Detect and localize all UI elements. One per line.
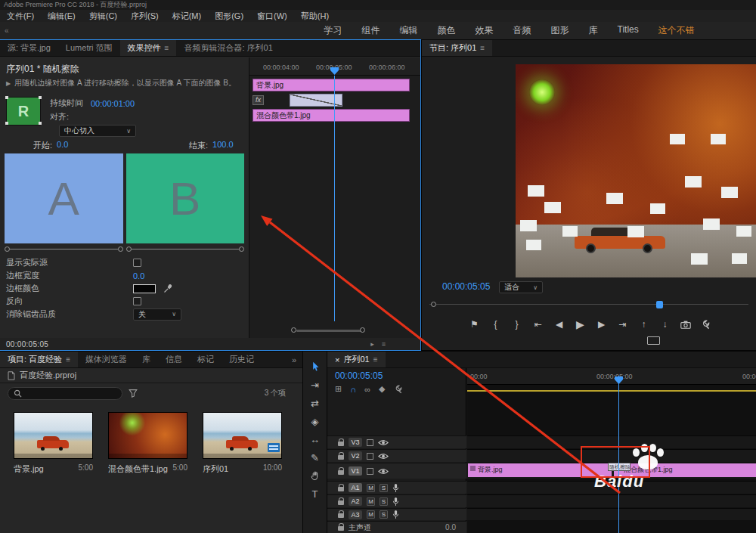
effect-footer-timecode[interactable]: 00:00:05:05 [6, 340, 48, 349]
menu-item-edit[interactable]: 编辑(E) [41, 11, 82, 22]
track-lock-icon[interactable] [338, 500, 344, 505]
source-patch-icon[interactable] [367, 468, 373, 475]
start-slider[interactable] [5, 246, 123, 253]
type-tool[interactable]: T [309, 488, 321, 500]
tab-effect-controls[interactable]: 效果控件 ≡ [120, 40, 177, 56]
alignment-select[interactable]: 中心切入 ∨ [59, 125, 136, 137]
tab-media-browser[interactable]: 媒体浏览器 [78, 352, 135, 367]
timeline-timecode[interactable]: 00:00:05:05 [327, 368, 466, 381]
track-header-v2[interactable]: V2 [327, 449, 466, 462]
track-badge-v1[interactable]: V1 [349, 466, 362, 476]
playhead-line[interactable] [334, 76, 335, 321]
go-to-in-button[interactable]: ⇤ [532, 319, 544, 330]
timeline-ruler[interactable]: 00:00 00:00:05:00 00:00:10:00 [467, 368, 756, 385]
zoom-level-select[interactable]: 适合 ∨ [499, 281, 543, 293]
item-name[interactable]: 背景.jpg [14, 463, 44, 475]
tab-source-monitor[interactable]: 源: 背景.jpg [0, 40, 58, 56]
menu-item-graphics[interactable]: 图形(G) [208, 11, 250, 22]
timeline-settings-icon[interactable] [393, 385, 402, 394]
track-lock-icon[interactable] [338, 442, 344, 446]
track-a3-lane[interactable] [467, 508, 756, 520]
item-name[interactable]: 混合颜色带1.jpg [108, 463, 168, 475]
workspace-color[interactable]: 颜色 [428, 24, 466, 37]
show-actual-source-checkbox[interactable] [133, 259, 141, 267]
mini-timeline-scrollbar[interactable] [249, 327, 420, 334]
eyedropper-icon[interactable] [163, 284, 172, 293]
workspace-graphics[interactable]: 图形 [541, 24, 579, 37]
footer-menu-icon[interactable]: ≡ [382, 340, 386, 348]
mini-timeline-ruler[interactable]: 00:00:04:00 00:00:05:00 00:00:06:00 [249, 57, 420, 76]
playhead-handle[interactable] [330, 67, 339, 75]
mark-out-button[interactable]: } [511, 319, 523, 330]
border-width-value[interactable]: 0.0 [133, 271, 144, 280]
pen-tool[interactable]: ✎ [309, 451, 321, 463]
comparison-view-button[interactable] [647, 336, 660, 345]
extract-button[interactable]: ↓ [659, 319, 671, 330]
menu-item-clip[interactable]: 剪辑(C) [82, 11, 124, 22]
track-header-a2[interactable]: A2 M S [327, 494, 466, 507]
collapse-triangle-icon[interactable]: ▶ [6, 80, 11, 87]
tab-audio-clip-mixer[interactable]: 音频剪辑混合器: 序列01 [176, 40, 280, 56]
workspace-learning[interactable]: 学习 [314, 24, 352, 37]
track-badge-v3[interactable]: V3 [349, 438, 362, 447]
menu-item-sequence[interactable]: 序列(S) [124, 11, 166, 22]
panel-menu-icon[interactable]: ≡ [165, 44, 169, 52]
workspace-effects[interactable]: 效果 [466, 24, 503, 37]
workspace-libraries[interactable]: 库 [579, 24, 608, 37]
step-back-button[interactable]: ◀ [553, 319, 565, 330]
item-name[interactable]: 序列01 [203, 463, 228, 475]
panel-menu-icon[interactable]: ≡ [66, 355, 70, 364]
workspace-custom-active[interactable]: 这个不错 [649, 24, 705, 37]
search-box[interactable] [8, 387, 122, 400]
tab-history[interactable]: 历史记 [222, 352, 262, 367]
toggle-track-output-icon[interactable] [378, 453, 389, 460]
tab-info[interactable]: 信息 [158, 352, 190, 367]
menu-item-marker[interactable]: 标记(M) [166, 11, 209, 22]
lift-button[interactable]: ↑ [638, 319, 650, 330]
insert-overwrite-icon[interactable]: ⊞ [335, 384, 342, 394]
track-header-a3[interactable]: A3 M S [327, 508, 466, 520]
track-header-v1[interactable]: V1 [327, 463, 466, 479]
master-track-value[interactable]: 0.0 [445, 523, 456, 531]
program-playhead[interactable] [656, 301, 663, 308]
export-frame-button[interactable] [680, 321, 691, 329]
fx-badge[interactable]: fx [253, 95, 264, 105]
razor-tool[interactable]: ◈ [309, 415, 321, 427]
slip-tool[interactable]: ↔ [309, 433, 321, 445]
search-input[interactable] [25, 389, 116, 398]
selection-tool[interactable] [309, 361, 321, 373]
mute-button[interactable]: M [367, 497, 375, 506]
snap-icon[interactable]: ∩ [350, 385, 356, 394]
menu-item-window[interactable]: 窗口(W) [250, 11, 294, 22]
solo-button[interactable]: S [380, 484, 388, 492]
clip-a[interactable]: 背景.jpg [253, 79, 410, 91]
start-value[interactable]: 0.0 [57, 140, 68, 151]
filter-icon[interactable] [129, 389, 138, 398]
track-header-v3[interactable]: V3 [327, 435, 466, 448]
track-header-a1[interactable]: A1 M S [327, 481, 466, 494]
go-to-out-button[interactable]: ⇥ [617, 319, 629, 330]
end-value[interactable]: 100.0 [212, 140, 234, 151]
track-select-forward-tool[interactable]: ⇥ [309, 379, 321, 391]
panel-menu-icon[interactable]: ≡ [373, 355, 378, 364]
mute-button[interactable]: M [367, 510, 375, 519]
mark-in-button[interactable]: { [490, 319, 502, 330]
hand-tool[interactable] [309, 469, 321, 482]
ripple-edit-tool[interactable]: ⇄ [309, 397, 321, 409]
duration-value[interactable]: 00:00:01:00 [91, 99, 135, 108]
panel-menu-icon[interactable]: ≡ [480, 44, 485, 52]
toggle-track-output-icon[interactable] [378, 439, 389, 446]
antialias-select[interactable]: 关 ∨ [133, 308, 181, 321]
track-badge-v2[interactable]: V2 [349, 451, 362, 460]
toggle-track-output-icon[interactable] [378, 468, 389, 475]
source-patch-icon[interactable] [367, 439, 373, 446]
program-timecode[interactable]: 00:00:05:05 [442, 281, 490, 292]
add-marker-button[interactable]: ⚑ [469, 319, 481, 330]
preview-a[interactable]: A [5, 153, 123, 243]
workspace-editing[interactable]: 编辑 [390, 24, 428, 37]
project-item-sequence[interactable]: 序列01 10:00 [203, 412, 282, 475]
program-scrubber[interactable] [429, 300, 748, 309]
track-badge-a1[interactable]: A1 [349, 483, 362, 492]
settings-wrench-icon[interactable] [700, 320, 710, 330]
thumbnail-blend-jpg[interactable] [108, 412, 187, 459]
